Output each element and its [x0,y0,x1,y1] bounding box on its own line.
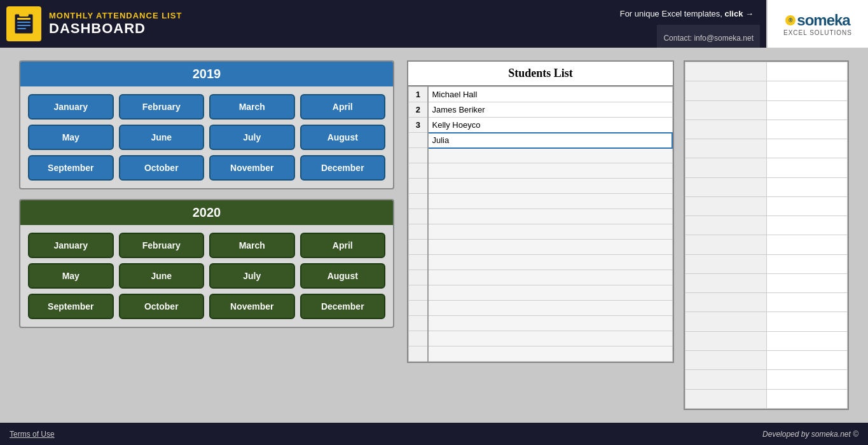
left-panel: 2019 January February March April May Ju… [19,60,394,410]
month-may-2019[interactable]: May [28,125,114,150]
student-num: 3 [409,118,428,133]
extra-row [685,273,848,292]
students-title: Students List [407,60,674,86]
extra-data-panel [684,60,849,410]
year-section-2019: 2019 January February March April May Ju… [19,60,394,189]
table-row: 3 Kelly Hoeyco [409,118,673,133]
right-panel: Students List 1 Michael Hall 2 James Ber… [407,60,849,410]
month-jul-2020[interactable]: July [209,263,295,289]
month-aug-2019[interactable]: August [300,125,386,150]
someka-circle: ® [785,15,796,25]
table-row [409,163,673,179]
month-jun-2019[interactable]: June [119,125,205,150]
app-subtitle: MONTHLY ATTENDANCE LIST [49,11,182,20]
table-row: 2 James Beriker [409,102,673,118]
someka-tagline: Excel Solutions [783,29,852,36]
svg-rect-1 [17,18,31,20]
svg-rect-0 [15,14,33,34]
month-oct-2020[interactable]: October [119,294,205,319]
table-row [409,240,673,255]
students-section: Students List 1 Michael Hall 2 James Ber… [407,60,674,410]
month-mar-2019[interactable]: March [209,94,295,120]
year-2020-header: 2020 [20,200,393,225]
month-mar-2020[interactable]: March [209,233,295,258]
table-row [409,301,673,316]
months-grid-2020: January February March April May June Ju… [20,225,393,327]
extra-row [685,331,848,350]
month-dec-2019[interactable]: December [300,155,386,181]
table-row [409,224,673,240]
month-jul-2019[interactable]: July [209,125,295,150]
table-row [409,179,673,194]
svg-rect-4 [17,28,26,29]
someka-name: someka [797,11,850,29]
table-row [409,331,673,346]
header-titles: MONTHLY ATTENDANCE LIST DASHBOARD [49,11,182,37]
students-table-wrapper: 1 Michael Hall 2 James Beriker 3 Kelly H… [407,86,674,363]
extra-row [685,350,848,369]
promo-text: For unique Excel templates, click → [614,0,760,25]
svg-rect-5 [19,13,29,17]
student-name-input[interactable]: Julia [428,133,673,148]
month-may-2020[interactable]: May [28,263,114,289]
table-row [409,209,673,224]
table-row [409,270,673,285]
main-content: 2019 January February March April May Ju… [0,48,868,423]
month-jan-2020[interactable]: January [28,233,114,258]
table-row [409,316,673,331]
table-row: Julia [409,133,673,148]
student-num [409,133,428,148]
footer-credit: Developed by someka.net © [762,430,858,439]
extra-row [685,196,848,216]
extra-row [685,312,848,331]
month-feb-2019[interactable]: February [119,94,205,120]
student-name[interactable]: James Beriker [428,102,673,118]
student-name[interactable]: Kelly Hoeyco [428,118,673,133]
svg-rect-2 [17,22,31,23]
year-2019-header: 2019 [20,62,393,86]
month-oct-2019[interactable]: October [119,155,205,181]
svg-rect-3 [17,25,31,26]
month-aug-2020[interactable]: August [300,263,386,289]
month-jun-2020[interactable]: June [119,263,205,289]
footer: Terms of Use Developed by someka.net © [0,423,868,445]
extra-row [685,370,848,389]
table-row [409,255,673,270]
students-table: 1 Michael Hall 2 James Beriker 3 Kelly H… [408,86,673,362]
month-jan-2019[interactable]: January [28,94,114,120]
extra-row [685,389,848,408]
header: MONTHLY ATTENDANCE LIST DASHBOARD For un… [0,0,868,48]
month-sep-2019[interactable]: September [28,155,114,181]
year-section-2020: 2020 January February March April May Ju… [19,199,394,328]
extra-row [685,235,848,254]
month-apr-2019[interactable]: April [300,94,386,120]
extra-row [685,293,848,312]
table-row: 1 Michael Hall [409,87,673,102]
someka-logo: ® someka Excel Solutions [766,0,868,48]
table-row [409,148,673,163]
extra-table [685,62,848,409]
extra-row [685,120,848,139]
month-apr-2020[interactable]: April [300,233,386,258]
extra-row [685,216,848,235]
month-nov-2020[interactable]: November [209,294,295,319]
extra-row [685,177,848,196]
extra-row [685,62,848,81]
table-row [409,194,673,209]
app-icon [6,6,41,41]
student-num: 1 [409,87,428,102]
table-row [409,285,673,301]
extra-row [685,254,848,273]
page-title: DASHBOARD [49,20,182,37]
terms-of-use-link[interactable]: Terms of Use [10,430,55,439]
extra-row [685,139,848,158]
months-grid-2019: January February March April May June Ju… [20,86,393,188]
student-num: 2 [409,102,428,118]
month-feb-2020[interactable]: February [119,233,205,258]
contact-info: Contact: info@someka.net [657,25,760,48]
month-nov-2019[interactable]: November [209,155,295,181]
extra-row [685,100,848,120]
month-dec-2020[interactable]: December [300,294,386,319]
month-sep-2020[interactable]: September [28,294,114,319]
student-name[interactable]: Michael Hall [428,87,673,102]
